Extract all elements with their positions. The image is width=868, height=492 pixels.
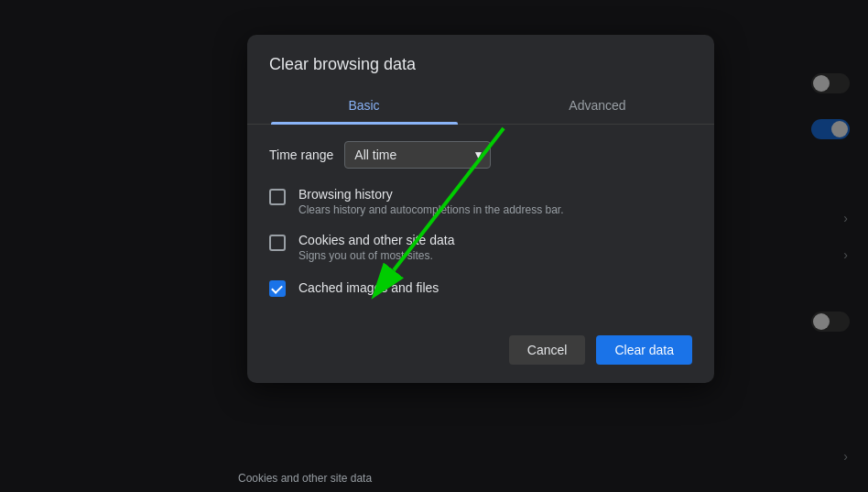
tab-advanced[interactable]: Advanced xyxy=(481,89,714,124)
cookies-text: Cookies and other site data Signs you ou… xyxy=(298,233,454,262)
clear-browsing-data-dialog: Clear browsing data Basic Advanced Time … xyxy=(247,35,714,383)
tab-basic[interactable]: Basic xyxy=(247,89,481,124)
time-range-row: Time range All time Last hour Last 24 ho… xyxy=(269,141,692,169)
browsing-history-label: Browsing history xyxy=(298,187,564,202)
dialog-title: Clear browsing data xyxy=(247,35,714,74)
dialog-content: Time range All time Last hour Last 24 ho… xyxy=(247,125,714,297)
browsing-history-text: Browsing history Clears history and auto… xyxy=(298,187,564,216)
time-range-select-wrapper: All time Last hour Last 24 hours Last 7 … xyxy=(344,141,491,169)
cookies-checkbox[interactable] xyxy=(269,235,286,251)
bottom-bar-text: Cookies and other site data xyxy=(238,472,372,485)
dialog-tabs: Basic Advanced xyxy=(247,89,714,125)
browsing-history-item: Browsing history Clears history and auto… xyxy=(269,187,692,216)
cookies-desc: Signs you out of most sites. xyxy=(298,249,454,262)
time-range-select[interactable]: All time Last hour Last 24 hours Last 7 … xyxy=(344,141,491,169)
cancel-button[interactable]: Cancel xyxy=(509,335,586,365)
browsing-history-checkbox[interactable] xyxy=(269,189,286,205)
cookies-item: Cookies and other site data Signs you ou… xyxy=(269,233,692,262)
browsing-history-desc: Clears history and autocompletions in th… xyxy=(298,203,564,216)
clear-data-button[interactable]: Clear data xyxy=(596,335,692,365)
dialog-footer: Cancel Clear data xyxy=(247,313,714,383)
time-range-label: Time range xyxy=(269,148,333,162)
cookies-label: Cookies and other site data xyxy=(298,233,454,247)
cached-checkbox[interactable] xyxy=(269,280,286,297)
cached-item: Cached images and files xyxy=(269,279,692,297)
cached-text: Cached images and files xyxy=(298,280,439,295)
cached-label: Cached images and files xyxy=(298,280,439,295)
